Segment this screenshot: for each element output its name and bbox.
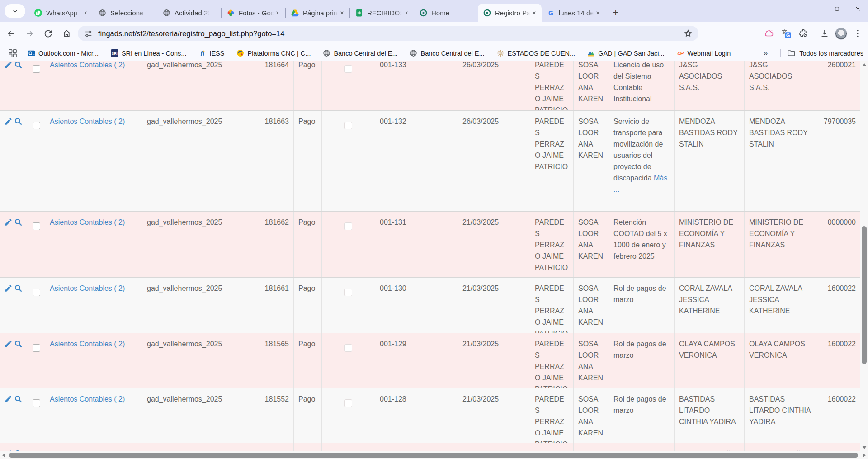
asientos-contables-link[interactable]: Asientos Contables ( 2)	[50, 118, 125, 125]
tab-close-icon[interactable]	[466, 9, 474, 17]
tab-actividad-202[interactable]: Actividad 202	[157, 4, 221, 22]
svg-text:cP: cP	[677, 50, 684, 56]
tab-close-icon[interactable]	[274, 9, 282, 17]
address-bar[interactable]: fingads.net/sf2/tesoreria/registro_pago_…	[78, 26, 698, 41]
forward-button[interactable]	[22, 26, 37, 41]
row-actions	[0, 111, 28, 211]
profile-avatar[interactable]	[835, 28, 847, 40]
bookmark-webmail-login[interactable]: cPWebmail Login	[677, 49, 731, 57]
flag-checkbox[interactable]	[344, 222, 352, 230]
tab-seleccione-ac[interactable]: Seleccione Ac	[93, 4, 157, 22]
site-settings-icon[interactable]	[84, 29, 93, 38]
flag-checkbox[interactable]	[344, 399, 352, 407]
url-text[interactable]: fingads.net/sf2/tesoreria/registro_pago_…	[98, 29, 683, 38]
edit-icon[interactable]	[4, 340, 13, 348]
row-select-checkbox[interactable]	[33, 289, 40, 296]
tab-close-icon[interactable]	[338, 9, 346, 17]
scroll-right-arrow[interactable]	[860, 451, 868, 459]
tab-registro-pag[interactable]: Registro Pag	[478, 4, 542, 22]
tab-close-icon[interactable]	[145, 9, 153, 17]
responsable-cell: PAREDES PERRAZO JAIME PATRICIO	[530, 388, 574, 443]
row-select-checkbox[interactable]	[33, 399, 40, 407]
forward-icon	[25, 29, 34, 38]
asientos-contables-link[interactable]: Asientos Contables ( 2)	[50, 284, 125, 292]
window-controls	[806, 0, 868, 17]
tab-close-icon[interactable]	[594, 9, 602, 17]
view-search-icon[interactable]	[14, 61, 23, 69]
bookmarks-overflow-chevron[interactable]: »	[757, 49, 774, 58]
asientos-contables-link[interactable]: Asientos Contables ( 2)	[50, 395, 125, 403]
bookmark-outlook-com-micr[interactable]: Outlook.com - Micr...	[28, 49, 99, 57]
tab-fotos-goog[interactable]: Fotos - Goog	[222, 4, 285, 22]
row-actions	[0, 333, 28, 388]
scroll-up-arrow[interactable]	[860, 61, 868, 69]
bookmark-star-icon[interactable]	[683, 28, 693, 38]
row-select-checkbox[interactable]	[33, 65, 40, 73]
tab-close-icon[interactable]	[209, 9, 217, 17]
bookmark-gad-gad-san-jaci[interactable]: GAD | GAD San Jaci...	[587, 49, 664, 57]
view-search-icon[interactable]	[14, 395, 23, 403]
view-search-icon[interactable]	[14, 117, 23, 126]
reload-button[interactable]	[40, 26, 56, 41]
scroll-down-arrow[interactable]	[860, 444, 868, 451]
downloads-icon[interactable]	[818, 27, 831, 40]
all-bookmarks-button[interactable]: Todos los marcadores	[799, 50, 863, 57]
edit-icon[interactable]	[4, 218, 13, 227]
view-search-icon[interactable]	[14, 218, 23, 227]
responsable-cell: PAREDES PERRAZO JAIME PATRICIO	[530, 61, 574, 111]
tab-search-button[interactable]	[5, 4, 25, 18]
globe-icon	[410, 49, 417, 57]
asientos-contables-link[interactable]: Asientos Contables ( 2)	[50, 218, 125, 226]
beneficiario-cell: LEON CARREÑO	[675, 443, 745, 451]
view-search-icon[interactable]	[14, 340, 23, 348]
edit-icon[interactable]	[4, 284, 13, 293]
tab-close-icon[interactable]	[81, 9, 89, 17]
tab-close-icon[interactable]	[402, 9, 410, 17]
tab-home[interactable]: Home	[414, 4, 478, 22]
horizontal-scrollbar-thumb[interactable]	[9, 453, 858, 458]
bookmark-banco-central-del-e[interactable]: Banco Central del E...	[323, 49, 397, 57]
scroll-left-arrow[interactable]	[0, 451, 8, 459]
bookmark-banco-central-del-e[interactable]: Banco Central del E...	[410, 49, 484, 57]
edit-icon[interactable]	[4, 61, 13, 69]
row-select-checkbox[interactable]	[33, 222, 40, 230]
home-button[interactable]	[59, 26, 74, 41]
extensions-puzzle-icon[interactable]	[797, 27, 810, 40]
sri-icon: SRi	[111, 49, 118, 57]
view-search-icon[interactable]	[14, 284, 23, 293]
tab-close-icon[interactable]	[530, 9, 538, 17]
apps-grid-icon[interactable]	[7, 48, 18, 59]
browser-menu-icon[interactable]	[851, 27, 864, 40]
tab-p-gina-princi[interactable]: Página princi	[286, 4, 349, 22]
flag-checkbox[interactable]	[344, 122, 352, 129]
horizontal-scrollbar[interactable]	[0, 451, 868, 459]
vertical-scrollbar[interactable]	[860, 61, 868, 451]
edit-icon[interactable]	[4, 395, 13, 403]
numero-cell: 181663	[244, 111, 294, 211]
bookmark-sri-en-l-nea-cons[interactable]: SRiSRI en Línea - Cons...	[111, 49, 186, 57]
tab-lunes-14-de-a[interactable]: Glunes 14 de a	[542, 4, 605, 22]
vertical-scrollbar-thumb[interactable]	[862, 226, 867, 364]
new-tab-button[interactable]: +	[609, 6, 622, 19]
edit-icon[interactable]	[4, 117, 13, 126]
tab-whatsapp[interactable]: WhatsApp	[29, 4, 93, 22]
extension-pink-icon[interactable]	[762, 27, 776, 40]
asientos-contables-link[interactable]: Asientos Contables ( 2)	[50, 61, 125, 69]
tab-recibidos-xl[interactable]: RECIBIDOS.xl	[350, 4, 414, 22]
minimize-button[interactable]	[806, 0, 826, 17]
maximize-button[interactable]	[826, 0, 847, 17]
translate-icon[interactable]: G	[779, 27, 793, 40]
row-select-checkbox[interactable]	[33, 122, 40, 129]
bookmark-label: Outlook.com - Micr...	[38, 50, 99, 57]
flag-checkbox[interactable]	[344, 289, 352, 296]
close-window-button[interactable]	[847, 0, 868, 17]
fecha-cell: 21/03/2025	[458, 278, 530, 333]
flag-checkbox[interactable]	[344, 344, 352, 352]
flag-checkbox[interactable]	[344, 65, 352, 73]
bookmark-plataforma-cnc-c[interactable]: Plataforma CNC | C...	[236, 49, 311, 57]
row-select-checkbox[interactable]	[33, 344, 40, 352]
asientos-contables-link[interactable]: Asientos Contables ( 2)	[50, 340, 125, 348]
bookmark-estados-de-cuen[interactable]: ESTADOS DE CUEN...	[497, 49, 576, 57]
back-button[interactable]	[3, 26, 19, 41]
bookmark-iess[interactable]: IESS	[198, 49, 224, 57]
